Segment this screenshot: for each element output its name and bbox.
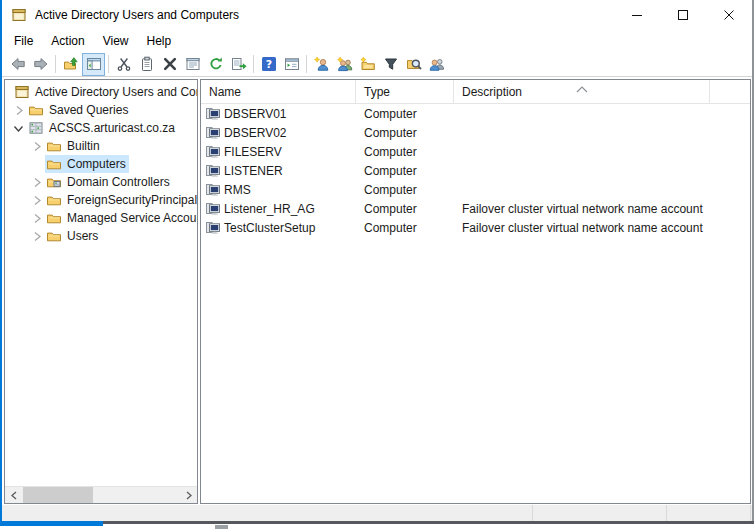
- action-pane-icon: [284, 56, 300, 72]
- tree-item-label: Managed Service Accounts: [67, 209, 197, 227]
- tree-item-domain-controllers[interactable]: Domain Controllers: [5, 173, 197, 191]
- expand-chevron-icon[interactable]: [28, 227, 45, 245]
- table-row-fileserv[interactable]: FILESERVComputer: [201, 142, 750, 161]
- expand-chevron-icon[interactable]: [10, 101, 27, 119]
- delete-button[interactable]: [158, 53, 181, 76]
- table-row-listener-hr-ag[interactable]: Listener_HR_AGComputerFailover cluster v…: [201, 199, 750, 218]
- sort-ascending-indicator-icon: [576, 82, 588, 96]
- tree-item-users[interactable]: Users: [5, 227, 197, 245]
- title-bar[interactable]: Active Directory Users and Computers: [2, 0, 752, 30]
- row-name-label: DBSERV02: [224, 126, 286, 140]
- background-window-artifact: [215, 525, 228, 529]
- computer-icon: [205, 125, 221, 141]
- find-objects-button[interactable]: [402, 53, 425, 76]
- refresh-button[interactable]: [204, 53, 227, 76]
- tree-item-label: Saved Queries: [49, 101, 128, 119]
- tree-item-acscs-arturicast-co-za[interactable]: ACSCS.arturicast.co.za: [5, 119, 197, 137]
- column-header-label: Name: [209, 85, 241, 99]
- folder-icon: [46, 210, 62, 226]
- folder-icon: [46, 138, 62, 154]
- menu-item-action[interactable]: Action: [42, 31, 93, 51]
- scrollbar-thumb[interactable]: [23, 487, 93, 503]
- menu-item-help[interactable]: Help: [138, 31, 181, 51]
- computer-icon: [205, 163, 221, 179]
- row-name-cell: Listener_HR_AG: [201, 201, 356, 217]
- export-icon: [231, 56, 247, 72]
- find-icon: [406, 56, 422, 72]
- svg-text:?: ?: [265, 58, 271, 71]
- new-ou-icon: [360, 56, 376, 72]
- paste-icon: [139, 56, 155, 72]
- status-section-3: [667, 505, 751, 521]
- scroll-right-arrow-icon[interactable]: [180, 487, 197, 503]
- show-action-pane-button[interactable]: [280, 53, 303, 76]
- tree-item-active-directory-users-and-computers[interactable]: Active Directory Users and Computers: [5, 83, 197, 101]
- paste-button[interactable]: [135, 53, 158, 76]
- table-row-listener[interactable]: LISTENERComputer: [201, 161, 750, 180]
- collapse-chevron-icon[interactable]: [10, 119, 27, 137]
- export-list-button[interactable]: [227, 53, 250, 76]
- column-header-label: Description: [462, 85, 522, 99]
- up-one-level-button[interactable]: [59, 53, 82, 76]
- row-type-cell: Computer: [356, 221, 454, 235]
- close-button[interactable]: [706, 0, 752, 30]
- window-title: Active Directory Users and Computers: [35, 8, 239, 22]
- folder-icon: [46, 156, 62, 172]
- row-type-cell: Computer: [356, 126, 454, 140]
- column-header-type[interactable]: Type: [356, 80, 454, 103]
- maximize-button[interactable]: [660, 0, 706, 30]
- table-row-dbserv01[interactable]: DBSERV01Computer: [201, 104, 750, 123]
- column-header-label: Type: [364, 85, 390, 99]
- row-name-label: TestClusterSetup: [224, 221, 315, 235]
- column-header-name[interactable]: Name: [201, 80, 356, 103]
- tree-horizontal-scrollbar[interactable]: [5, 486, 197, 503]
- tree-item-content: Builtin: [45, 137, 103, 155]
- new-group-button[interactable]: [333, 53, 356, 76]
- tree-item-content: Saved Queries: [27, 101, 131, 119]
- forward-button[interactable]: [29, 53, 52, 76]
- console-tree-icon: [86, 56, 102, 72]
- twisty-placeholder: [28, 155, 45, 173]
- new-user-icon: [314, 56, 330, 72]
- set-filter-button[interactable]: [379, 53, 402, 76]
- tree-item-managed-service-accounts[interactable]: Managed Service Accounts: [5, 209, 197, 227]
- scroll-left-arrow-icon[interactable]: [5, 487, 22, 503]
- table-row-testclustersetup[interactable]: TestClusterSetupComputerFailover cluster…: [201, 218, 750, 237]
- computer-icon: [205, 106, 221, 122]
- table-row-dbserv02[interactable]: DBSERV02Computer: [201, 123, 750, 142]
- cut-button[interactable]: [112, 53, 135, 76]
- help-icon: ?: [261, 56, 277, 72]
- status-bar: [2, 505, 752, 521]
- toolbar-separator: [108, 55, 109, 73]
- add-to-group-button[interactable]: [425, 53, 448, 76]
- folder-icon: [46, 192, 62, 208]
- tree-item-foreignsecurityprincipals[interactable]: ForeignSecurityPrincipals: [5, 191, 197, 209]
- object-list: DBSERV01ComputerDBSERV02ComputerFILESERV…: [201, 104, 750, 503]
- row-name-cell: FILESERV: [201, 144, 356, 160]
- minimize-button[interactable]: [614, 0, 660, 30]
- help-button[interactable]: ?: [257, 53, 280, 76]
- tree-item-saved-queries[interactable]: Saved Queries: [5, 101, 197, 119]
- row-type-cell: Computer: [356, 183, 454, 197]
- back-icon: [10, 56, 26, 72]
- table-row-rms[interactable]: RMSComputer: [201, 180, 750, 199]
- expand-chevron-icon[interactable]: [28, 209, 45, 227]
- tree-item-label: ACSCS.arturicast.co.za: [49, 119, 175, 137]
- expand-chevron-icon[interactable]: [28, 173, 45, 191]
- properties-button[interactable]: [181, 53, 204, 76]
- back-button[interactable]: [6, 53, 29, 76]
- toolbar-separator: [55, 55, 56, 73]
- new-user-button[interactable]: [310, 53, 333, 76]
- show-console-tree-button[interactable]: [82, 53, 105, 76]
- tree-item-builtin[interactable]: Builtin: [5, 137, 197, 155]
- tree-item-computers[interactable]: Computers: [5, 155, 197, 173]
- main-area: Active Directory Users and ComputersSave…: [2, 79, 752, 505]
- object-list-pane: NameTypeDescription DBSERV01ComputerDBSE…: [200, 79, 751, 504]
- menu-item-view[interactable]: View: [94, 31, 138, 51]
- expand-chevron-icon[interactable]: [28, 191, 45, 209]
- expand-chevron-icon[interactable]: [28, 137, 45, 155]
- menu-item-file[interactable]: File: [5, 31, 42, 51]
- tree-item-content: Users: [45, 227, 101, 245]
- new-group-icon: [337, 56, 353, 72]
- new-organizational-unit-button[interactable]: [356, 53, 379, 76]
